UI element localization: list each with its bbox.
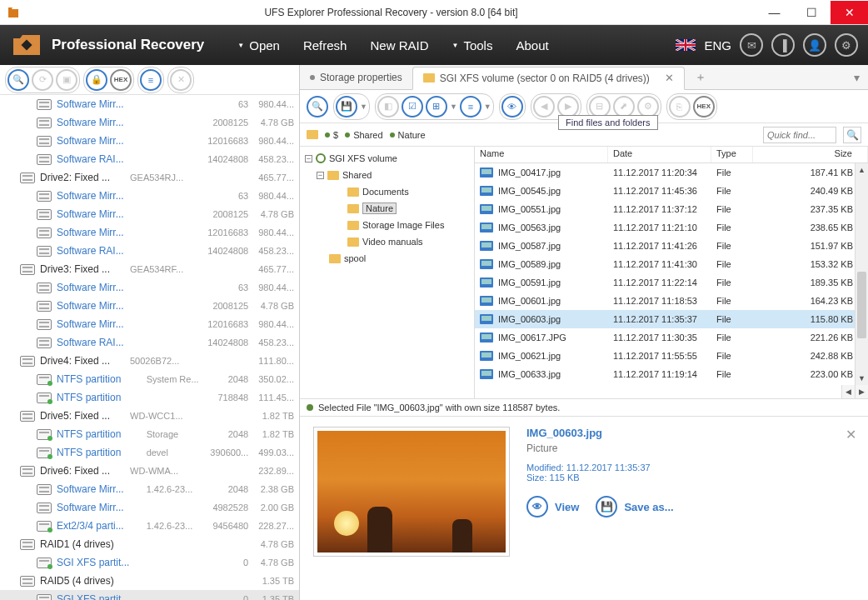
folder-tree[interactable]: −SGI XFS volume −Shared Documents Nature… xyxy=(300,147,475,398)
scan-icon[interactable]: 🔍 xyxy=(307,96,328,118)
tabs-menu-icon[interactable]: ▾ xyxy=(846,71,868,84)
main-menu: ▼Open Refresh New RAID ▼Tools About xyxy=(237,38,548,52)
file-row[interactable]: IMG_00633.jpg 11.12.2017 11:19:14 File 2… xyxy=(475,365,868,383)
file-row[interactable]: IMG_00545.jpg 11.12.2017 11:45:36 File 2… xyxy=(475,182,868,200)
preview-size: Size: 115 KB xyxy=(526,472,674,482)
quick-find-button[interactable]: 🔍 xyxy=(843,127,861,143)
drive-row[interactable]: RAID5 (4 drives) 1.35 TB xyxy=(0,572,299,590)
drive-row[interactable]: Drive5: Fixed ... WD-WCC1... 1.82 TB xyxy=(0,407,299,425)
panel-icon[interactable]: ▐ xyxy=(771,33,795,57)
drive-row[interactable]: Software Mirr... 2008125 4.78 GB xyxy=(0,297,299,315)
drive-row[interactable]: Drive3: Fixed ... GEA534RF... 465.77... xyxy=(0,260,299,278)
tab-volume[interactable]: SGI XFS volume (sector 0 on RAID5 (4 dri… xyxy=(412,67,685,90)
drive-row[interactable]: Drive6: Fixed ... WD-WMA... 232.89... xyxy=(0,462,299,480)
logo: Professional Recovery xyxy=(10,30,204,60)
export-icon[interactable]: ⬈ xyxy=(613,96,635,118)
bc-nature[interactable]: Nature xyxy=(390,130,426,140)
drives-panel: 🔍 ⟳ ▣ 🔒 HEX ≡ ✕ Software Mirr... 63 980.… xyxy=(0,65,300,600)
tab-storage-properties[interactable]: Storage properties xyxy=(300,66,412,89)
settings-icon[interactable]: ⚙ xyxy=(835,33,858,57)
file-row[interactable]: IMG_00589.jpg 11.12.2017 11:41:30 File 1… xyxy=(475,255,868,273)
messages-icon[interactable]: ✉ xyxy=(740,33,763,57)
file-row[interactable]: IMG_00603.jpg 11.12.2017 11:35:37 File 1… xyxy=(475,310,868,328)
save-icon[interactable]: 💾 xyxy=(336,96,357,118)
language-label[interactable]: ENG xyxy=(704,38,731,52)
bc-shared[interactable]: Shared xyxy=(345,130,382,140)
tab-add-button[interactable]: ＋ xyxy=(688,70,713,85)
drive-row[interactable]: Software Mirr... 4982528 2.00 GB xyxy=(0,498,299,517)
drive-row[interactable]: Software Mirr... 12016683 980.44... xyxy=(0,223,299,242)
drive-row[interactable]: SGI XFS partit... 0 1.35 TB xyxy=(0,590,299,600)
drive-row[interactable]: Software Mirr... 2008125 4.78 GB xyxy=(0,113,299,132)
drive-row[interactable]: Software Mirr... 2008125 4.78 GB xyxy=(0,205,299,223)
checklist-icon[interactable]: ☑ xyxy=(402,96,423,118)
drive-row[interactable]: NTFS partition Storage 2048 1.82 TB xyxy=(0,425,299,443)
scan-icon[interactable]: 🔍 xyxy=(7,69,29,91)
refresh-drive-icon[interactable]: ⟳ xyxy=(32,69,53,91)
remove-icon[interactable]: ✕ xyxy=(170,69,192,91)
close-button[interactable]: ✕ xyxy=(831,1,868,24)
lock-icon[interactable]: 🔒 xyxy=(86,69,107,91)
drive-row[interactable]: NTFS partition devel 390600... 499.03... xyxy=(0,443,299,462)
open-drive-icon[interactable]: ▣ xyxy=(56,69,77,91)
drive-row[interactable]: Software Mirr... 12016683 980.44... xyxy=(0,132,299,150)
titlebar: UFS Explorer Professional Recovery - ver… xyxy=(0,0,868,25)
drive-row[interactable]: Software Mirr... 12016683 980.44... xyxy=(0,315,299,333)
nav-arrows[interactable]: ◀▶ xyxy=(841,385,868,398)
save-as-button[interactable]: 💾Save as... xyxy=(596,496,673,518)
file-row[interactable]: IMG_00601.jpg 11.12.2017 11:18:53 File 1… xyxy=(475,292,868,310)
drive-row[interactable]: Drive2: Fixed ... GEA534RJ... 465.77... xyxy=(0,168,299,187)
preview-close-icon[interactable]: ✕ xyxy=(846,427,856,442)
brand-text: Professional Recovery xyxy=(52,37,204,53)
copy-icon[interactable]: ⎘ xyxy=(669,96,691,118)
drive-row[interactable]: NTFS partition System Re... 2048 350.02.… xyxy=(0,370,299,388)
drive-list[interactable]: Software Mirr... 63 980.44... Software M… xyxy=(0,95,299,600)
gear-icon[interactable]: ⚙ xyxy=(637,96,659,118)
filter-icon[interactable]: ◧ xyxy=(377,96,399,118)
file-row[interactable]: IMG_00587.jpg 11.12.2017 11:41:26 File 1… xyxy=(475,237,868,255)
file-columns[interactable]: Name Date Type Size xyxy=(475,147,868,163)
file-row[interactable]: IMG_00551.jpg 11.12.2017 11:37:12 File 2… xyxy=(475,200,868,218)
file-row[interactable]: IMG_00591.jpg 11.12.2017 11:22:14 File 1… xyxy=(475,273,868,292)
drive-row[interactable]: Software RAI... 14024808 458.23... xyxy=(0,242,299,260)
menu-new-raid[interactable]: New RAID xyxy=(370,38,428,52)
drive-row[interactable]: Ext2/3/4 parti... 1.42.6-23... 9456480 2… xyxy=(0,517,299,535)
file-row[interactable]: IMG_00617.JPG 11.12.2017 11:30:35 File 2… xyxy=(475,328,868,347)
device-icon[interactable]: ⊟ xyxy=(589,96,611,118)
file-row[interactable]: IMG_00621.jpg 11.12.2017 11:55:55 File 2… xyxy=(475,347,868,365)
minimize-button[interactable]: — xyxy=(756,1,793,24)
list-icon[interactable]: ≡ xyxy=(140,69,162,91)
forward-icon[interactable]: ▶ xyxy=(557,96,579,118)
file-row[interactable]: IMG_00417.jpg 11.12.2017 11:20:34 File 1… xyxy=(475,163,868,182)
menu-tools[interactable]: ▼Tools xyxy=(451,38,492,52)
find-icon[interactable]: 👁 xyxy=(501,96,523,118)
drive-row[interactable]: Drive4: Fixed ... 50026B72... 111.80... xyxy=(0,352,299,370)
menu-open[interactable]: ▼Open xyxy=(237,38,280,52)
status-bar: Selected File "IMG_00603.jpg" with own s… xyxy=(300,398,868,417)
maximize-button[interactable]: ☐ xyxy=(793,1,831,24)
view-button[interactable]: 👁View xyxy=(526,496,579,518)
scrollbar-vertical[interactable]: ▲ ▼ xyxy=(855,163,868,385)
drive-row[interactable]: Software Mirr... 63 980.44... xyxy=(0,278,299,297)
drive-row[interactable]: Software Mirr... 63 980.44... xyxy=(0,95,299,113)
hex-icon[interactable]: HEX xyxy=(110,69,132,91)
hex-view-icon[interactable]: HEX xyxy=(693,96,715,118)
file-row[interactable]: IMG_00563.jpg 11.12.2017 11:21:10 File 2… xyxy=(475,218,868,237)
drive-row[interactable]: Software Mirr... 63 980.44... xyxy=(0,187,299,205)
drive-row[interactable]: RAID1 (4 drives) 4.78 GB xyxy=(0,535,299,553)
drive-row[interactable]: Software RAI... 14024808 458.23... xyxy=(0,333,299,352)
back-icon[interactable]: ◀ xyxy=(533,96,555,118)
tab-close-icon[interactable]: ✕ xyxy=(665,72,674,84)
bc-root[interactable]: $ xyxy=(325,130,338,140)
drive-row[interactable]: Software Mirr... 1.42.6-23... 2048 2.38 … xyxy=(0,480,299,498)
drive-row[interactable]: NTFS partition 718848 111.45... xyxy=(0,388,299,407)
view-icon[interactable]: ≡ xyxy=(460,96,481,118)
grid-icon[interactable]: ⊞ xyxy=(426,96,447,118)
quick-find-input[interactable] xyxy=(763,127,836,143)
drive-row[interactable]: SGI XFS partit... 0 4.78 GB xyxy=(0,553,299,572)
menu-about[interactable]: About xyxy=(516,38,548,52)
drive-row[interactable]: Software RAI... 14024808 458.23... xyxy=(0,150,299,168)
menu-refresh[interactable]: Refresh xyxy=(303,38,347,52)
file-rows[interactable]: IMG_00417.jpg 11.12.2017 11:20:34 File 1… xyxy=(475,163,868,398)
user-icon[interactable]: 👤 xyxy=(803,33,826,57)
